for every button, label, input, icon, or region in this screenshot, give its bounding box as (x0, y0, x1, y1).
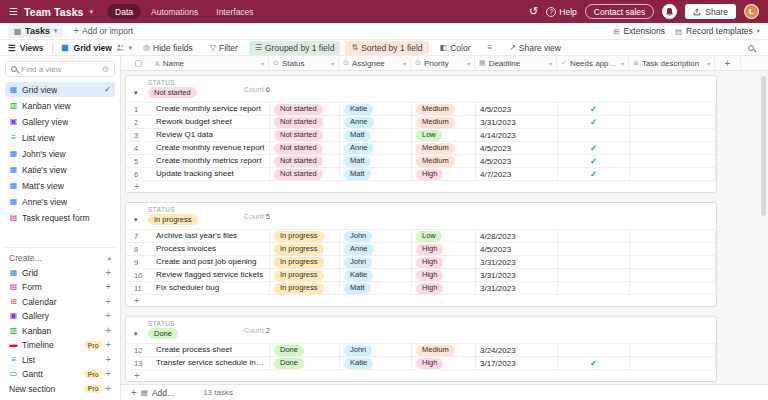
create-kanban[interactable]: ▥Kanban+ (5, 324, 115, 339)
cell-needs-approval[interactable] (558, 282, 630, 294)
add-or-import-button[interactable]: + Add or import (73, 26, 133, 36)
cell-status[interactable]: Not started (270, 168, 340, 180)
collapse-group-icon[interactable]: ▾ (134, 89, 148, 97)
cell-name[interactable]: Fix scheduler bug (152, 282, 270, 294)
find-view-input[interactable]: Find a view ⚙ (5, 61, 115, 77)
column-header-assignee[interactable]: ⊙Assignee▾ (339, 56, 411, 70)
cell-deadline[interactable]: 3/31/2023 (476, 256, 558, 268)
cell-name[interactable]: Create monthly service report (152, 103, 270, 115)
views-toggle-button[interactable]: ☰ Views (8, 43, 44, 53)
cell-priority[interactable]: Medium (412, 103, 476, 115)
cell-assignee[interactable]: Matt (340, 168, 412, 180)
cell-status[interactable]: Not started (270, 129, 340, 141)
sidebar-view-list-view[interactable]: ≡List view (5, 130, 115, 145)
history-icon[interactable]: ↺ (529, 6, 538, 17)
tab-automations[interactable]: Automations (143, 4, 206, 19)
column-header-status[interactable]: ⊙Status▾ (269, 56, 339, 70)
cell-name[interactable]: Review flagged service tickets (152, 269, 270, 281)
cell-assignee[interactable]: Anne (340, 142, 412, 154)
cell-needs-approval[interactable] (558, 129, 630, 141)
cell-assignee[interactable]: Anne (340, 243, 412, 255)
cell-priority[interactable]: Low (412, 129, 476, 141)
cell-name[interactable]: Create and post job opening (152, 256, 270, 268)
cell-assignee[interactable]: John (340, 230, 412, 242)
add-record-row[interactable]: + (126, 294, 716, 306)
collapse-group-icon[interactable]: ▾ (134, 216, 148, 224)
cell-deadline[interactable]: 3/31/2023 (476, 269, 558, 281)
cell-needs-approval[interactable]: ✓ (558, 357, 630, 369)
help-button[interactable]: ? Help (546, 7, 576, 17)
column-header-priority[interactable]: ⊙Priority▾ (411, 56, 475, 70)
row-number[interactable]: 4 (126, 142, 152, 154)
sidebar-view-john-s-view[interactable]: ▦John's view (5, 146, 115, 161)
cell-name[interactable]: Create monthly metrics report (152, 155, 270, 167)
sort-button[interactable]: ⇅ Sorted by 1 field (345, 41, 428, 55)
cell-priority[interactable]: High (412, 168, 476, 180)
row-number[interactable]: 6 (126, 168, 152, 180)
extensions-button[interactable]: ⊞ Extensions (613, 26, 665, 36)
create-section-header[interactable]: Create... ▴ (5, 251, 115, 266)
cell-priority[interactable]: Medium (412, 142, 476, 154)
share-button[interactable]: Share (685, 4, 736, 19)
cell-priority[interactable]: Medium (412, 116, 476, 128)
cell-needs-approval[interactable]: ✓ (558, 103, 630, 115)
cell-deadline[interactable]: 4/7/2023 (476, 168, 558, 180)
tab-data[interactable]: Data (107, 4, 141, 19)
cell-needs-approval[interactable]: ✓ (558, 116, 630, 128)
cell-needs-approval[interactable]: ✓ (558, 155, 630, 167)
row-height-button[interactable]: ≡ (481, 42, 498, 54)
add-record-button[interactable]: + ▦ Add... (131, 388, 174, 398)
cell-name[interactable]: Update tracking sheet (152, 168, 270, 180)
cell-needs-approval[interactable] (558, 256, 630, 268)
cell-status[interactable]: Not started (270, 116, 340, 128)
cell-priority[interactable]: Medium (412, 344, 476, 356)
cell-status[interactable]: Not started (270, 155, 340, 167)
cell-task-description[interactable] (630, 282, 716, 294)
plus-icon[interactable]: + (105, 384, 111, 394)
group-button[interactable]: ☰ Grouped by 1 field (249, 41, 341, 55)
cell-name[interactable]: Create process sheet (152, 344, 270, 356)
cell-deadline[interactable]: 4/5/2023 (476, 142, 558, 154)
select-all-checkbox[interactable] (125, 56, 151, 70)
color-button[interactable]: ◧ Color (434, 41, 477, 55)
cell-status[interactable]: In progress (270, 269, 340, 281)
cell-priority[interactable]: High (412, 357, 476, 369)
cell-status[interactable]: Not started (270, 103, 340, 115)
cell-deadline[interactable]: 4/5/2023 (476, 103, 558, 115)
hide-fields-button[interactable]: ◎ Hide fields (137, 41, 199, 55)
cell-assignee[interactable]: Katie (340, 103, 412, 115)
cell-deadline[interactable]: 3/24/2023 (476, 344, 558, 356)
create-timeline[interactable]: ▬TimelinePro+ (5, 338, 115, 353)
cell-assignee[interactable]: Anne (340, 116, 412, 128)
create-new-section[interactable]: New sectionPro+ (5, 382, 115, 397)
create-list[interactable]: ≡List+ (5, 353, 115, 368)
cell-assignee[interactable]: Katie (340, 357, 412, 369)
cell-needs-approval[interactable] (558, 243, 630, 255)
cell-task-description[interactable] (630, 155, 716, 167)
collapse-group-icon[interactable]: ▾ (134, 330, 148, 338)
create-gallery[interactable]: ▣Gallery+ (5, 309, 115, 324)
cell-priority[interactable]: High (412, 282, 476, 294)
share-view-button[interactable]: ↗ Share view (503, 41, 567, 55)
row-number[interactable]: 7 (126, 230, 152, 242)
cell-task-description[interactable] (630, 243, 716, 255)
cell-status[interactable]: Not started (270, 142, 340, 154)
sidebar-view-grid-view[interactable]: ▦Grid view✓ (5, 82, 115, 97)
cell-status[interactable]: Done (270, 344, 340, 356)
cell-status[interactable]: In progress (270, 256, 340, 268)
plus-icon[interactable]: + (105, 311, 111, 321)
row-number[interactable]: 9 (126, 256, 152, 268)
cell-status[interactable]: In progress (270, 282, 340, 294)
row-number[interactable]: 3 (126, 129, 152, 141)
cell-task-description[interactable] (630, 168, 716, 180)
add-field-button[interactable]: + (715, 56, 741, 70)
cell-task-description[interactable] (630, 357, 716, 369)
cell-needs-approval[interactable]: ✓ (558, 142, 630, 154)
table-selector[interactable]: ▤ Tasks ▾ (8, 25, 63, 38)
cell-assignee[interactable]: John (340, 256, 412, 268)
create-calendar[interactable]: ⊞Calendar+ (5, 295, 115, 310)
row-number[interactable]: 13 (126, 357, 152, 369)
plus-icon[interactable]: + (105, 355, 111, 365)
cell-priority[interactable]: Medium (412, 155, 476, 167)
cell-name[interactable]: Archive last year's files (152, 230, 270, 242)
